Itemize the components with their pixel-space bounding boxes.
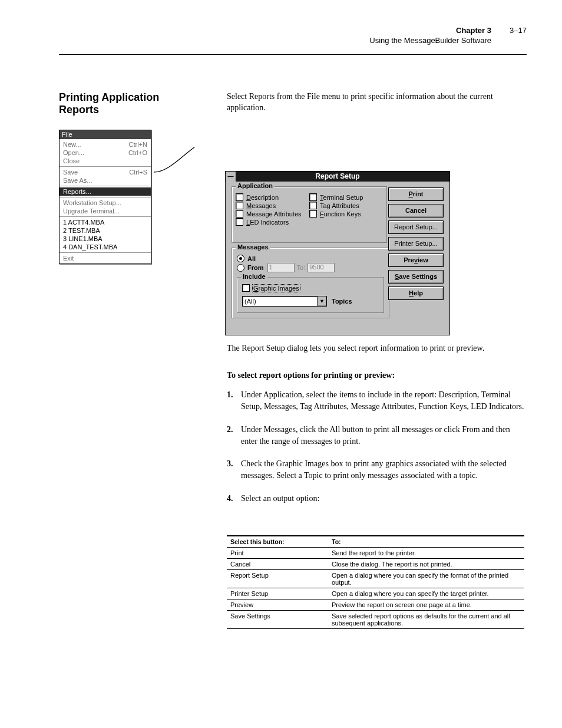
radio-icon xyxy=(237,255,244,262)
printer-setup-button[interactable]: Printer Setup... xyxy=(388,237,444,251)
menu-item[interactable]: Open...Ctrl+O xyxy=(59,149,151,157)
include-group: Include Graphic Images (All) ▼ Topics xyxy=(237,277,384,313)
table-header: To: xyxy=(328,536,524,548)
menu-item[interactable]: Upgrade Terminal... xyxy=(59,207,151,215)
menu-item[interactable]: Workstation Setup... xyxy=(59,199,151,207)
app-checkbox[interactable]: Tag Attributes xyxy=(309,202,383,209)
button-column: Print Cancel Report Setup... Printer Set… xyxy=(388,187,444,303)
application-group: Application DescriptionMessagesMessage A… xyxy=(232,186,387,243)
steps-title: To select report options for printing or… xyxy=(227,370,524,381)
dialog-title: — Report Setup xyxy=(226,172,449,182)
system-menu-icon[interactable]: — xyxy=(226,172,236,182)
checkbox-icon xyxy=(242,284,250,292)
cancel-button[interactable]: Cancel xyxy=(388,204,444,218)
section-title: Printing Application Reports xyxy=(59,91,189,116)
page-header: 3–17 Chapter 3 Using the MessageBuilder … xyxy=(220,26,527,46)
to-input[interactable]: 9500 xyxy=(308,263,335,272)
checkbox-icon xyxy=(309,193,317,201)
step-item: 1.Under Application, select the items to… xyxy=(227,389,524,413)
chevron-down-icon[interactable]: ▼ xyxy=(317,296,327,307)
output-options-table: Select this button: To: PrintSend the re… xyxy=(227,535,524,629)
checkbox-icon xyxy=(309,202,317,209)
menu-item[interactable]: 4 DAN_TEST.MBA xyxy=(59,243,151,251)
file-menu: File New...Ctrl+NOpen...Ctrl+OCloseSaveC… xyxy=(59,130,151,264)
checkbox-icon xyxy=(236,193,243,201)
menu-item[interactable]: Reports... xyxy=(59,187,151,196)
menu-item[interactable]: 3 LINE1.MBA xyxy=(59,235,151,243)
graphic-images-checkbox[interactable]: Graphic Images xyxy=(242,284,379,292)
menu-item[interactable]: SaveCtrl+S xyxy=(59,168,151,176)
radio-icon xyxy=(237,264,244,272)
app-checkbox[interactable]: Description xyxy=(236,193,309,201)
report-setup-button[interactable]: Report Setup... xyxy=(388,220,444,234)
menu-item[interactable]: New...Ctrl+N xyxy=(59,140,151,149)
topics-value: (All) xyxy=(242,296,318,307)
include-group-title: Include xyxy=(241,273,267,280)
step-item: 4.Select an output option: xyxy=(227,493,524,505)
table-row: PreviewPreview the report on screen one … xyxy=(227,599,524,611)
app-checkbox[interactable]: Terminal Setup xyxy=(309,193,383,201)
menu-item[interactable]: Save As... xyxy=(59,176,151,185)
table-row: Save SettingsSave selected report option… xyxy=(227,611,524,629)
topics-label: Topics xyxy=(332,298,352,305)
print-button[interactable]: Print xyxy=(388,187,444,201)
radio-all[interactable]: All xyxy=(237,255,384,262)
help-button[interactable]: Help xyxy=(388,286,444,300)
table-row: CancelClose the dialog. The report is no… xyxy=(227,559,524,570)
table-header: Select this button: xyxy=(227,536,328,548)
app-checkbox[interactable]: Message Attributes xyxy=(236,210,309,218)
preview-button[interactable]: Preview xyxy=(388,253,444,267)
menu-item[interactable]: 1 ACTT4.MBA xyxy=(59,218,151,226)
menu-item[interactable]: Exit xyxy=(59,254,151,262)
after-dialog-text: The Report Setup dialog lets you select … xyxy=(227,343,524,354)
topics-combobox[interactable]: (All) ▼ xyxy=(242,296,327,307)
header-rule xyxy=(59,54,527,55)
checkbox-icon xyxy=(236,218,243,226)
application-group-title: Application xyxy=(236,182,275,189)
file-menu-title: File xyxy=(59,130,151,139)
menu-item[interactable]: 2 TEST.MBA xyxy=(59,226,151,235)
intro-text: Select Reports from the File menu to pri… xyxy=(227,91,524,114)
app-checkbox[interactable]: Messages xyxy=(236,202,309,209)
steps-list: 1.Under Application, select the items to… xyxy=(227,389,524,515)
report-setup-dialog: — Report Setup Application DescriptionMe… xyxy=(225,171,450,335)
checkbox-icon xyxy=(309,210,317,218)
messages-group: Messages All From 1 To: 9500 Include Gra… xyxy=(232,248,389,318)
checkbox-icon xyxy=(236,202,243,209)
save-settings-button[interactable]: Save Settings xyxy=(388,270,444,284)
menu-item[interactable]: Close xyxy=(59,157,151,165)
checkbox-icon xyxy=(236,210,243,218)
app-checkbox[interactable]: Function Keys xyxy=(309,210,383,218)
from-input[interactable]: 1 xyxy=(267,263,295,272)
table-row: Report SetupOpen a dialog where you can … xyxy=(227,570,524,588)
table-row: PrintSend the report to the printer. xyxy=(227,548,524,559)
arrow-icon xyxy=(152,147,226,177)
page-number: 3–17 xyxy=(510,26,527,35)
step-item: 3.Check the Graphic Images box to print … xyxy=(227,458,524,482)
chapter-label: Chapter 3 Using the MessageBuilder Softw… xyxy=(220,26,527,46)
app-checkbox[interactable]: LED Indicators xyxy=(236,218,309,226)
radio-from[interactable]: From 1 To: 9500 xyxy=(237,263,384,272)
step-item: 2.Under Messages, click the All button t… xyxy=(227,424,524,448)
to-label: To: xyxy=(297,264,306,271)
table-row: Printer SetupOpen a dialog where you can… xyxy=(227,588,524,599)
messages-group-title: Messages xyxy=(236,243,270,251)
